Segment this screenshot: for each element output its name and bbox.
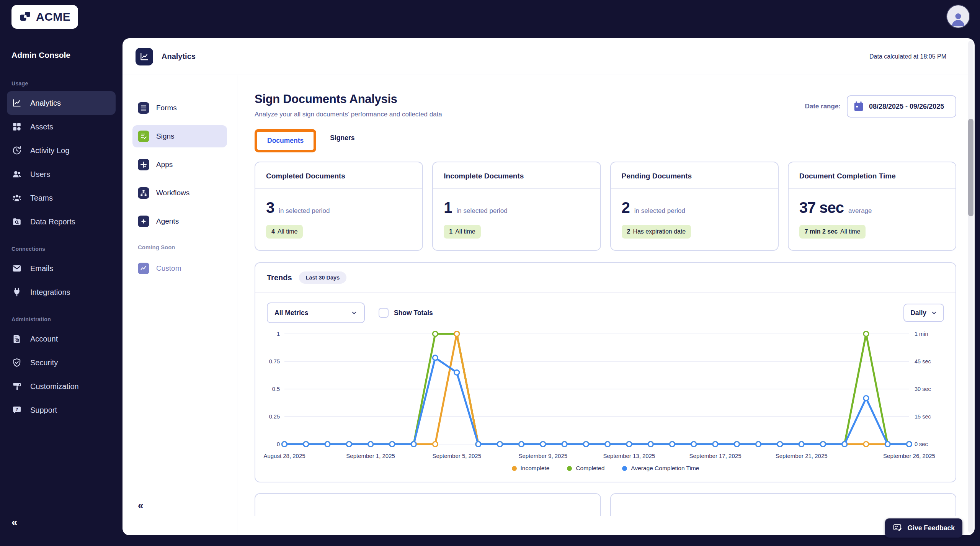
legend-item-average-completion-time[interactable]: Average Completion Time bbox=[622, 465, 699, 472]
data-point[interactable] bbox=[433, 332, 438, 337]
date-range-picker[interactable]: 08/28/2025 - 09/26/2025 bbox=[847, 95, 956, 118]
data-point[interactable] bbox=[627, 442, 632, 447]
stat-value: 3 bbox=[266, 199, 274, 216]
data-point[interactable] bbox=[799, 442, 804, 447]
data-point[interactable] bbox=[583, 442, 588, 447]
data-point[interactable] bbox=[304, 442, 309, 447]
data-point[interactable] bbox=[433, 442, 438, 447]
sidebar-item-data-reports[interactable]: Data Reports bbox=[7, 210, 116, 234]
data-point[interactable] bbox=[670, 442, 675, 447]
data-point[interactable] bbox=[842, 442, 847, 447]
sidebar-item-integrations[interactable]: Integrations bbox=[7, 280, 116, 304]
panel-header: Analytics Data calculated at 18:05 PM bbox=[122, 38, 975, 75]
left-axis-tick: 0.75 bbox=[269, 358, 280, 365]
data-point[interactable] bbox=[885, 442, 890, 447]
sidebar-item-label: Analytics bbox=[30, 99, 61, 108]
right-axis-tick: 0 sec bbox=[915, 441, 928, 447]
sidebar-item-support[interactable]: ?Support bbox=[7, 398, 116, 422]
x-axis-tick: September 17, 2025 bbox=[689, 453, 742, 459]
logo-text: ACME bbox=[36, 10, 70, 23]
app-title: Admin Console bbox=[11, 51, 70, 60]
data-point[interactable] bbox=[864, 332, 869, 337]
series-line-average-completion-time bbox=[284, 358, 909, 444]
subnav-item-forms[interactable]: Forms bbox=[132, 97, 227, 119]
stat-card-pending-documents: Pending Documents2in selected period2Has… bbox=[610, 162, 779, 251]
data-point[interactable] bbox=[476, 442, 481, 447]
sidebar-item-teams[interactable]: Teams bbox=[7, 186, 116, 210]
acme-logo[interactable]: ACME bbox=[11, 5, 78, 29]
data-point[interactable] bbox=[541, 442, 546, 447]
data-point[interactable] bbox=[325, 442, 330, 447]
legend-item-completed[interactable]: Completed bbox=[567, 465, 604, 472]
acme-logo-icon bbox=[19, 10, 32, 23]
tab-signers[interactable]: Signers bbox=[330, 129, 354, 150]
x-axis-tick: September 1, 2025 bbox=[346, 453, 395, 459]
data-point[interactable] bbox=[519, 442, 524, 447]
metrics-select[interactable]: All Metrics bbox=[267, 302, 365, 323]
data-point[interactable] bbox=[368, 442, 373, 447]
trends-controls: All Metrics Show Totals Daily bbox=[255, 293, 956, 325]
subnav-item-label: Agents bbox=[156, 217, 179, 226]
subnav-item-custom[interactable]: Custom bbox=[132, 257, 227, 280]
sidebar-item-label: Users bbox=[30, 170, 50, 179]
data-point[interactable] bbox=[907, 442, 912, 447]
data-point[interactable] bbox=[777, 442, 782, 447]
chevron-down-icon bbox=[351, 310, 357, 316]
data-point[interactable] bbox=[648, 442, 653, 447]
sidebar-item-security[interactable]: Security bbox=[7, 351, 116, 374]
data-point[interactable] bbox=[756, 442, 761, 447]
calendar-icon bbox=[853, 101, 864, 112]
data-point[interactable] bbox=[605, 442, 610, 447]
subnav-item-signs[interactable]: Signs bbox=[132, 125, 227, 147]
data-point[interactable] bbox=[864, 442, 869, 447]
sidebar-item-analytics[interactable]: Analytics bbox=[7, 91, 116, 115]
show-totals-toggle[interactable]: Show Totals bbox=[379, 308, 433, 318]
sidebar-item-label: Teams bbox=[30, 194, 53, 203]
sidebar-item-activity-log[interactable]: Activity Log bbox=[7, 139, 116, 162]
data-point[interactable] bbox=[691, 442, 696, 447]
data-point[interactable] bbox=[864, 396, 869, 401]
data-point[interactable] bbox=[562, 442, 567, 447]
scrollbar-thumb[interactable] bbox=[968, 119, 973, 216]
security-icon bbox=[12, 358, 22, 368]
data-point[interactable] bbox=[497, 442, 502, 447]
give-feedback-label: Give Feedback bbox=[907, 524, 955, 532]
stat-card-title: Completed Documents bbox=[255, 162, 422, 189]
stat-badge: 4All time bbox=[266, 225, 303, 239]
sidebar-collapse-button[interactable]: « bbox=[11, 516, 18, 528]
teams-icon bbox=[12, 193, 22, 203]
data-point[interactable] bbox=[433, 355, 438, 360]
data-point[interactable] bbox=[346, 442, 351, 447]
data-point[interactable] bbox=[734, 442, 739, 447]
sidebar-item-account[interactable]: $Account bbox=[7, 327, 116, 351]
stat-value-suffix: average bbox=[848, 207, 872, 215]
sidebar-item-customization[interactable]: Customization bbox=[7, 374, 116, 398]
subnav-item-apps[interactable]: Apps bbox=[132, 154, 227, 176]
data-point[interactable] bbox=[282, 442, 287, 447]
subnav-item-workflows[interactable]: Workflows bbox=[132, 182, 227, 204]
sidebar-item-assets[interactable]: Assets bbox=[7, 115, 116, 139]
data-point[interactable] bbox=[390, 442, 395, 447]
show-totals-checkbox[interactable] bbox=[379, 308, 389, 318]
sidebar-item-emails[interactable]: Emails bbox=[7, 257, 116, 280]
data-point[interactable] bbox=[454, 332, 459, 337]
data-point[interactable] bbox=[820, 442, 825, 447]
x-axis-tick: August 28, 2025 bbox=[263, 453, 305, 459]
user-avatar[interactable] bbox=[946, 5, 970, 28]
left-axis-tick: 0.25 bbox=[269, 414, 280, 420]
tab-documents[interactable]: Documents bbox=[267, 137, 304, 144]
data-point[interactable] bbox=[454, 370, 459, 375]
legend-item-incomplete[interactable]: Incomplete bbox=[512, 465, 550, 472]
data-point[interactable] bbox=[713, 442, 718, 447]
sidebar-item-label: Emails bbox=[30, 264, 53, 273]
subnav-item-agents[interactable]: Agents bbox=[132, 210, 227, 232]
sidebar-item-users[interactable]: Users bbox=[7, 162, 116, 186]
data-point[interactable] bbox=[411, 442, 416, 447]
x-axis-tick: September 26, 2025 bbox=[883, 453, 935, 459]
give-feedback-button[interactable]: Give Feedback bbox=[885, 518, 962, 538]
sidebar-section-administration: Administration$AccountSecurityCustomizat… bbox=[0, 316, 122, 422]
scrollbar-track[interactable] bbox=[968, 41, 973, 533]
granularity-select[interactable]: Daily bbox=[903, 304, 944, 322]
subnav-collapse-button[interactable]: « bbox=[138, 500, 143, 512]
analytics-header-icon bbox=[136, 48, 153, 65]
